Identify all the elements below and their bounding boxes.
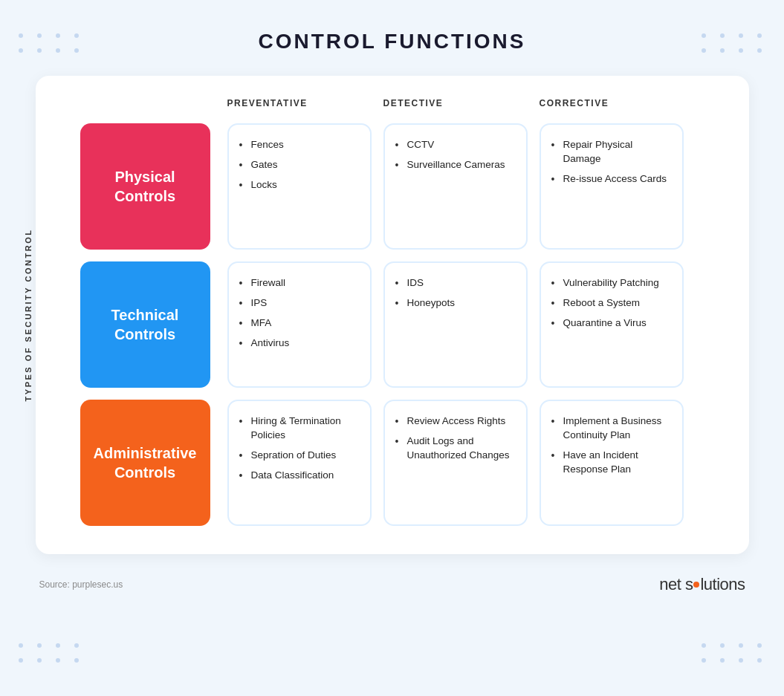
list-item: Honeypots (395, 296, 516, 310)
list-item: CCTV (395, 138, 516, 152)
technical-detective-cell: IDS Honeypots (378, 256, 534, 394)
list-item: Implement a Business Continuity Plan (551, 414, 672, 443)
header-empty (80, 98, 221, 117)
list-item: Data Classification (239, 469, 360, 483)
page-title: CONTROL FUNCTIONS (258, 30, 525, 53)
list-item: Firewall (239, 276, 360, 290)
physical-detective-list: CCTV Surveillance Cameras (395, 138, 516, 172)
physical-controls-label-cell: Physical Controls (80, 117, 221, 256)
list-item: Sepration of Duties (239, 449, 360, 463)
technical-preventative-cell: Firewall IPS MFA Antivirus (221, 256, 378, 394)
technical-detective-box: IDS Honeypots (383, 261, 528, 388)
header-corrective: CORRECTIVE (534, 98, 690, 117)
list-item: Vulnerability Patching (551, 276, 672, 290)
list-item: Audit Logs and Unauthorized Changes (395, 435, 516, 463)
physical-detective-box: CCTV Surveillance Cameras (383, 123, 528, 250)
administrative-preventative-box: Hiring & Termination Policies Sepration … (227, 400, 372, 526)
administrative-corrective-cell: Implement a Business Continuity Plan Hav… (534, 394, 690, 532)
header-detective: DETECTIVE (378, 98, 534, 117)
list-item: Review Access Rights (395, 414, 516, 429)
administrative-detective-list: Review Access Rights Audit Logs and Unau… (395, 414, 516, 463)
administrative-corrective-box: Implement a Business Continuity Plan Hav… (540, 400, 684, 526)
source-text: Source: purplesec.us (39, 579, 123, 590)
administrative-controls-label-cell: Administrative Controls (80, 394, 221, 532)
side-label: TYPES OF SECURITY CONTROL (24, 229, 33, 402)
technical-corrective-list: Vulnerability Patching Reboot a System Q… (551, 276, 672, 331)
list-item: Surveillance Cameras (395, 158, 516, 172)
table-layout: PREVENTATIVE DETECTIVE CORRECTIVE Physic… (80, 98, 727, 532)
list-item: Repair Physical Damage (551, 138, 672, 166)
list-item: IDS (395, 276, 516, 290)
list-item: Have an Incident Response Plan (551, 449, 672, 477)
logo-dot (693, 582, 699, 588)
logo: net slutions (659, 575, 745, 594)
list-item: MFA (239, 316, 360, 331)
physical-preventative-box: Fences Gates Locks (227, 123, 372, 250)
main-wrapper: CONTROL FUNCTIONS TYPES OF SECURITY CONT… (0, 0, 784, 609)
physical-corrective-box: Repair Physical Damage Re-issue Access C… (540, 123, 684, 250)
technical-controls-label-cell: Technical Controls (80, 256, 221, 394)
administrative-preventative-cell: Hiring & Termination Policies Sepration … (221, 394, 378, 532)
list-item: IPS (239, 296, 360, 310)
technical-controls-box: Technical Controls (80, 261, 210, 388)
list-item: Reboot a System (551, 296, 672, 310)
list-item: Quarantine a Virus (551, 316, 672, 331)
physical-detective-cell: CCTV Surveillance Cameras (378, 117, 534, 256)
administrative-corrective-list: Implement a Business Continuity Plan Hav… (551, 414, 672, 477)
administrative-controls-box: Administrative Controls (80, 400, 210, 526)
list-item: Antivirus (239, 336, 360, 351)
list-item: Re-issue Access Cards (551, 172, 672, 186)
card-container: TYPES OF SECURITY CONTROL PREVENTATIVE D… (36, 76, 749, 554)
physical-controls-box: Physical Controls (80, 123, 210, 250)
list-item: Fences (239, 138, 360, 152)
technical-preventative-box: Firewall IPS MFA Antivirus (227, 261, 372, 388)
footer: Source: purplesec.us net slutions (36, 575, 749, 594)
physical-corrective-cell: Repair Physical Damage Re-issue Access C… (534, 117, 690, 256)
list-item: Locks (239, 178, 360, 192)
technical-detective-list: IDS Honeypots (395, 276, 516, 310)
list-item: Gates (239, 158, 360, 172)
technical-preventative-list: Firewall IPS MFA Antivirus (239, 276, 360, 351)
administrative-preventative-list: Hiring & Termination Policies Sepration … (239, 414, 360, 483)
physical-preventative-cell: Fences Gates Locks (221, 117, 378, 256)
list-item: Hiring & Termination Policies (239, 414, 360, 443)
administrative-detective-cell: Review Access Rights Audit Logs and Unau… (378, 394, 534, 532)
administrative-detective-box: Review Access Rights Audit Logs and Unau… (383, 400, 528, 526)
physical-corrective-list: Repair Physical Damage Re-issue Access C… (551, 138, 672, 186)
physical-preventative-list: Fences Gates Locks (239, 138, 360, 192)
technical-corrective-box: Vulnerability Patching Reboot a System Q… (540, 261, 684, 388)
header-preventative: PREVENTATIVE (221, 98, 378, 117)
technical-corrective-cell: Vulnerability Patching Reboot a System Q… (534, 256, 690, 394)
